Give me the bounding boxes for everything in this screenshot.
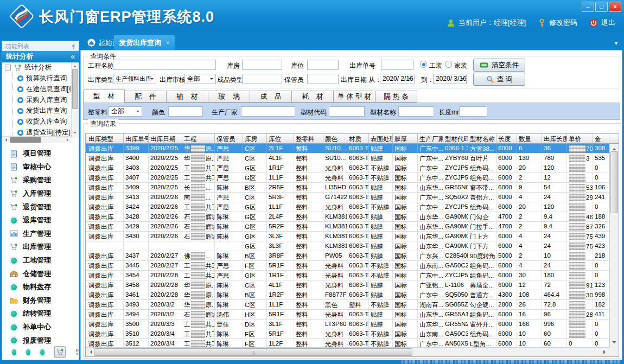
tree-expander-icon[interactable]: − bbox=[5, 65, 11, 71]
column-header[interactable]: 整零料 bbox=[294, 134, 323, 143]
change-password-link[interactable]: 修改密码 bbox=[549, 18, 577, 28]
maximize-button[interactable]: □ bbox=[595, 2, 608, 12]
material-tab-0[interactable]: 型材 bbox=[83, 90, 125, 103]
dot-icon[interactable] bbox=[26, 349, 30, 355]
table-row[interactable]: 调拨出库34072020/2/25工共工程严思G区1L1F整料光身料6063-T… bbox=[86, 173, 610, 183]
column-header[interactable]: 生产厂家 bbox=[418, 134, 443, 143]
table-row[interactable]: 调拨出库35002020/3/3工共工程曹佳D区3L1F整料LT3P606063… bbox=[86, 320, 610, 329]
out-type-select[interactable]: 生产领料出库 bbox=[113, 74, 156, 84]
length-input[interactable] bbox=[459, 106, 487, 117]
sidebar-module-11[interactable]: 财务管理 bbox=[2, 294, 79, 308]
order-no-input[interactable] bbox=[381, 60, 413, 70]
table-row[interactable]: 调拨出库34092020/2/25长...陈琳B区2R5F整料LI35HD606… bbox=[86, 183, 610, 193]
column-header[interactable]: 保管员 bbox=[215, 134, 243, 143]
logout-link[interactable]: 退出 bbox=[601, 18, 615, 28]
color-input[interactable] bbox=[168, 106, 203, 117]
tree-root[interactable]: − 统计分析 bbox=[2, 62, 79, 73]
table-row[interactable]: 调拨出库34292020/2/26石辉城陈琳G区5R2F整料KLM3817606… bbox=[86, 222, 610, 232]
tree-item-4[interactable]: 收货入库查询 bbox=[10, 116, 79, 127]
product-type-input[interactable] bbox=[242, 74, 282, 84]
tab-overflow-icon[interactable]: ▼ bbox=[614, 41, 619, 46]
sidebar-module-0[interactable]: 项目管理 bbox=[2, 147, 79, 161]
material-tab-5[interactable]: 耗材 bbox=[292, 91, 334, 103]
sidebar-module-4[interactable]: 退货管理 bbox=[2, 200, 79, 214]
column-header[interactable]: 数量 bbox=[517, 134, 542, 143]
column-header[interactable]: 出库长度 bbox=[542, 134, 567, 143]
minimize-button[interactable]: – bbox=[582, 2, 594, 12]
tree-horizontal-scrollbar[interactable] bbox=[2, 136, 72, 143]
search-button[interactable]: 查 询 bbox=[473, 73, 525, 86]
column-header[interactable]: 出库类型 bbox=[87, 134, 124, 143]
sidebar-module-3[interactable]: 入库管理 bbox=[2, 187, 79, 201]
tree-item-0[interactable]: 预算执行查询 bbox=[10, 73, 79, 84]
manufacturer-input[interactable] bbox=[241, 106, 295, 117]
tree-item-3[interactable]: 发货出库查询 bbox=[10, 105, 79, 116]
sidebar-module-2[interactable]: 采购管理 bbox=[2, 174, 79, 187]
column-header[interactable]: 工程 bbox=[182, 134, 215, 143]
profile-code-input[interactable] bbox=[329, 106, 365, 117]
table-row[interactable]: 调拨出库35122020/3/4工共工程陈琳F区1L2F整料光身料6063-T5… bbox=[86, 339, 610, 348]
table-row[interactable]: 调拨出库34132020/2/26南...严思C区5R3F整料G71422606… bbox=[86, 193, 610, 202]
project-name-input[interactable] bbox=[113, 60, 216, 70]
table-row[interactable]: 调拨出库34032020/2/25工共工程严思G区1R1F整料光身料6063-T… bbox=[86, 163, 610, 173]
sidebar-module-9[interactable]: 仓储管理 bbox=[2, 267, 79, 280]
profile-name-input[interactable] bbox=[398, 106, 434, 117]
table-row[interactable]: 调拨出库34932020/3/2华原...陈琳C区1L1F整料黑色塑料不贴膜国标… bbox=[86, 300, 610, 310]
collapse-icon[interactable]: « bbox=[71, 51, 75, 62]
column-header[interactable]: 出库日期 bbox=[149, 134, 182, 143]
sidebar-module-13[interactable]: 补单中心 bbox=[2, 321, 79, 334]
table-row[interactable]: 调拨出库34542020/2/28工共工程严思G区1R1F整料光身料6063-T… bbox=[86, 271, 610, 280]
table-row[interactable]: 调拨出库34302020/2/26石辉城陈琳G区3L3F整料KLM3817606… bbox=[86, 232, 610, 241]
location-input[interactable] bbox=[307, 60, 339, 70]
keeper-input[interactable] bbox=[307, 74, 339, 84]
warehouse-input[interactable] bbox=[242, 60, 282, 70]
sidebar-module-6[interactable]: 生产管理 bbox=[2, 227, 79, 241]
column-header[interactable]: 表面处理 bbox=[369, 134, 393, 143]
column-header[interactable]: 金 bbox=[593, 134, 609, 143]
table-row[interactable]: 调拨出库34372020/2/27佛...陈琳B区3R8F整料PW056063-… bbox=[86, 251, 610, 261]
sidebar-module-8[interactable]: 工地管理 bbox=[2, 254, 79, 267]
sidebar-module-5[interactable]: 退库管理 bbox=[2, 214, 79, 227]
table-row[interactable]: 调拨出库34582020/2/28华原...陈琳C区4L1F整料光身料6063-… bbox=[86, 280, 610, 290]
column-header[interactable]: 出库单号 bbox=[124, 134, 149, 143]
table-row[interactable]: 调拨出库33992020/2/25华原...严思C区2L1F整料SU10...6… bbox=[86, 144, 610, 154]
column-header[interactable]: 颜色 bbox=[323, 134, 347, 143]
whole-piece-select[interactable]: 全部 bbox=[109, 106, 142, 117]
material-tab-1[interactable]: 配件 bbox=[125, 91, 167, 103]
radio-gongzhuang[interactable] bbox=[420, 61, 427, 68]
tree-item-2[interactable]: 采购入库查询 bbox=[10, 94, 79, 105]
sidebar-module-7[interactable]: 出库管理 bbox=[2, 240, 79, 254]
material-tab-2[interactable]: 辅材 bbox=[167, 91, 208, 103]
close-button[interactable]: × bbox=[609, 2, 621, 12]
sidebar-section-header[interactable]: 统计分析 « bbox=[2, 51, 79, 62]
material-tab-7[interactable]: 隔热条 bbox=[375, 91, 417, 103]
grid-horizontal-scrollbar[interactable] bbox=[86, 347, 610, 356]
tree-item-1[interactable]: 在途信息查询[待 bbox=[10, 84, 79, 94]
table-row[interactable]: 调拨出库34612020/2/28华原...陈琳B区1R2F整料F8877FT6… bbox=[86, 290, 610, 300]
column-header[interactable]: 长度 bbox=[496, 134, 517, 143]
audit-select[interactable]: 全部 bbox=[184, 74, 216, 84]
material-tab-6[interactable]: 单体型材 bbox=[334, 91, 375, 103]
table-row[interactable]: 调拨出库34452020/2/27工共工程严思F区5R1F整料光身料6063-T… bbox=[86, 261, 610, 271]
tab-shipment-outbound-query[interactable]: 发货出库查询 × bbox=[114, 35, 175, 50]
sidebar-module-12[interactable]: 结转管理 bbox=[2, 307, 79, 321]
more-modules-icon[interactable]: »▾ bbox=[75, 348, 79, 356]
table-row[interactable]: G区3L3F整料KLM38176063-T5贴膜国标山东华...GA90M09.… bbox=[86, 241, 610, 251]
tree-vertical-scrollbar[interactable] bbox=[71, 62, 79, 137]
table-row[interactable]: 调拨出库34282020/2/26石辉城陈琳G区2L4F整料KLM3817606… bbox=[86, 212, 610, 222]
dot-icon[interactable] bbox=[40, 349, 44, 355]
cart-footer-button[interactable] bbox=[54, 346, 66, 358]
column-header[interactable]: 材质 bbox=[347, 134, 369, 143]
column-header[interactable]: 单价 bbox=[567, 134, 593, 143]
tab-close-icon[interactable]: × bbox=[166, 39, 170, 47]
material-tab-3[interactable]: 玻璃 bbox=[208, 91, 250, 103]
date-from-select[interactable]: 2020/ 2/16 bbox=[380, 74, 415, 84]
column-header[interactable]: 型材名称 bbox=[468, 134, 496, 143]
dot-icon[interactable] bbox=[12, 349, 16, 355]
column-header[interactable]: 膜厚 bbox=[393, 134, 418, 143]
column-header[interactable]: 型材代码 bbox=[443, 134, 468, 143]
table-row[interactable]: 调拨出库34242020/2/26工共工程严思G区1L1F整料光身料6063-T… bbox=[86, 202, 610, 212]
grid-vertical-scrollbar[interactable] bbox=[609, 144, 619, 348]
date-to-select[interactable]: 2020/ 3/16 bbox=[433, 74, 467, 84]
table-row[interactable]: 调拨出库35102020/3/4工共工程陈琳F区5R1F整料光身料6063-T5… bbox=[86, 329, 610, 339]
